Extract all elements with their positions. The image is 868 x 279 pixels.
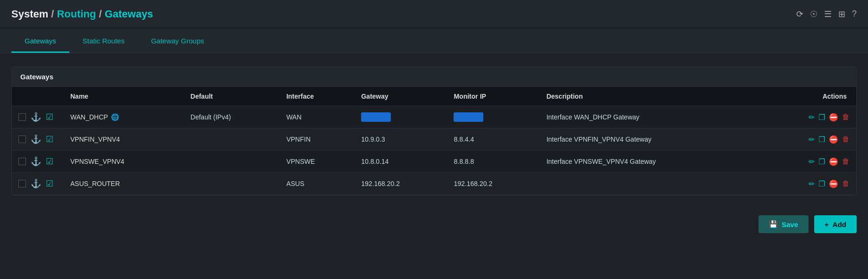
add-icon: + <box>825 220 829 228</box>
col-description: Description <box>540 87 759 106</box>
tab-gateway-groups[interactable]: Gateway Groups <box>138 28 218 53</box>
check-circle-icon: ☑ <box>46 112 53 122</box>
row-actions-cell: ✏ ❐ ⛔ 🗑 <box>759 173 856 195</box>
row-name: WAN_DHCP <box>70 113 108 121</box>
delete-icon[interactable]: 🗑 <box>842 113 850 121</box>
disable-icon[interactable]: ⛔ <box>829 135 838 144</box>
edit-icon[interactable]: ✏ <box>809 179 815 188</box>
row-name: ASUS_ROUTER <box>70 180 120 187</box>
row-name: VPNFIN_VPNV4 <box>70 135 120 143</box>
row-icons-cell: ⚓ ☑ <box>12 151 64 173</box>
row-default: Default (IPv4) <box>191 113 231 121</box>
row-interface-cell: VPNFIN <box>280 128 355 151</box>
row-monitor-ip-cell: 8.8.8.8 <box>447 151 539 173</box>
tab-gateway-groups-label: Gateway Groups <box>151 37 204 45</box>
edit-icon[interactable]: ✏ <box>809 157 815 166</box>
topbar: System / Routing / Gateways ⟳ ☉ ☰ ⊞ ? <box>0 0 868 28</box>
row-description: Interface WAN_DHCP Gateway <box>547 113 640 121</box>
disable-icon[interactable]: ⛔ <box>829 113 838 122</box>
tab-gateways[interactable]: Gateways <box>11 28 69 53</box>
breadcrumb-system: System <box>11 8 48 20</box>
save-button[interactable]: 💾 Save <box>758 215 809 233</box>
row-name-cell: VPNFIN_VPNV4 <box>64 128 184 151</box>
copy-icon[interactable]: ❐ <box>818 157 825 166</box>
gateways-table: Name Default Interface Gateway Monitor I… <box>12 87 856 195</box>
row-default-cell <box>184 128 280 151</box>
col-actions: Actions <box>759 87 856 106</box>
row-interface: WAN <box>287 113 302 121</box>
table-row: ⚓ ☑ VPNFIN_VPNV4VPNFIN10.9.0.38.8.4.4Int… <box>12 128 856 151</box>
col-gateway: Gateway <box>354 87 447 106</box>
row-checkbox[interactable] <box>18 180 26 187</box>
check-circle-icon: ☑ <box>46 156 53 167</box>
delete-icon[interactable]: 🗑 <box>842 179 850 188</box>
row-monitor-ip-redacted <box>454 112 483 122</box>
row-monitor-ip-cell <box>447 106 539 128</box>
table-title: Gateways <box>12 67 856 87</box>
copy-icon[interactable]: ❐ <box>818 179 825 188</box>
row-description-cell: Interface WAN_DHCP Gateway <box>540 106 759 128</box>
row-name-cell: WAN_DHCP🌐 <box>64 106 184 128</box>
row-icons-cell: ⚓ ☑ <box>12 173 64 195</box>
row-description-cell <box>540 173 759 195</box>
row-icons-cell: ⚓ ☑ <box>12 128 64 151</box>
row-monitor-ip-cell: 192.168.20.2 <box>447 173 539 195</box>
row-actions-cell: ✏ ❐ ⛔ 🗑 <box>759 151 856 173</box>
save-label: Save <box>782 220 798 228</box>
row-checkbox[interactable] <box>18 158 26 165</box>
row-description-cell: Interface VPNFIN_VPNV4 Gateway <box>540 128 759 151</box>
refresh-icon[interactable]: ⟳ <box>796 9 803 19</box>
table-icon[interactable]: ⊞ <box>838 9 845 19</box>
row-description: Interface VPNFIN_VPNV4 Gateway <box>547 135 652 143</box>
row-interface: VPNFIN <box>287 135 311 143</box>
breadcrumb-sep1: / <box>51 8 54 20</box>
disable-icon[interactable]: ⛔ <box>829 179 838 188</box>
col-select <box>12 87 64 106</box>
edit-icon[interactable]: ✏ <box>809 113 815 122</box>
delete-icon[interactable]: 🗑 <box>842 157 850 166</box>
row-default-cell <box>184 173 280 195</box>
row-monitor-ip-cell: 8.8.4.4 <box>447 128 539 151</box>
delete-icon[interactable]: 🗑 <box>842 135 850 144</box>
breadcrumb-routing[interactable]: Routing <box>57 8 96 20</box>
circle-icon[interactable]: ☉ <box>810 9 817 19</box>
tab-static-routes-label: Static Routes <box>83 37 125 45</box>
row-gateway: 192.168.20.2 <box>361 180 400 187</box>
disable-icon[interactable]: ⛔ <box>829 157 838 166</box>
row-interface: VPNSWE <box>287 158 315 165</box>
col-name: Name <box>64 87 184 106</box>
list-icon[interactable]: ☰ <box>824 9 832 19</box>
gateways-table-container: Gateways Name Default Interface Gateway … <box>11 67 857 195</box>
check-circle-icon: ☑ <box>46 178 53 189</box>
row-monitor-ip: 8.8.4.4 <box>454 135 474 143</box>
row-default-cell: Default (IPv4) <box>184 106 280 128</box>
add-button[interactable]: + Add <box>814 215 857 233</box>
breadcrumb: System / Routing / Gateways <box>11 8 153 20</box>
row-gateway-cell: 10.9.0.3 <box>354 128 447 151</box>
save-icon: 💾 <box>769 220 778 228</box>
anchor-icon: ⚓ <box>31 112 41 122</box>
check-circle-icon: ☑ <box>46 134 53 144</box>
row-description-cell: Interface VPNSWE_VPNV4 Gateway <box>540 151 759 173</box>
breadcrumb-sep2: / <box>99 8 102 20</box>
row-description: Interface VPNSWE_VPNV4 Gateway <box>547 158 656 165</box>
row-default-cell <box>184 151 280 173</box>
topbar-icons: ⟳ ☉ ☰ ⊞ ? <box>796 9 857 19</box>
table-row: ⚓ ☑ VPNSWE_VPNV4VPNSWE10.8.0.148.8.8.8In… <box>12 151 856 173</box>
row-gateway-cell: 10.8.0.14 <box>354 151 447 173</box>
row-actions-cell: ✏ ❐ ⛔ 🗑 <box>759 106 856 128</box>
edit-icon[interactable]: ✏ <box>809 135 815 144</box>
copy-icon[interactable]: ❐ <box>818 135 825 144</box>
anchor-icon: ⚓ <box>31 134 41 144</box>
main-content: Gateways Name Default Interface Gateway … <box>0 53 868 209</box>
tab-static-routes[interactable]: Static Routes <box>69 28 138 53</box>
table-row: ⚓ ☑ WAN_DHCP🌐Default (IPv4)WAN Interface… <box>12 106 856 128</box>
row-checkbox[interactable] <box>18 113 26 121</box>
row-checkbox[interactable] <box>18 135 26 143</box>
row-interface-cell: VPNSWE <box>280 151 355 173</box>
col-monitor-ip: Monitor IP <box>447 87 539 106</box>
tabs-bar: Gateways Static Routes Gateway Groups <box>0 28 868 53</box>
tab-gateways-label: Gateways <box>25 37 56 45</box>
copy-icon[interactable]: ❐ <box>818 113 825 122</box>
help-icon[interactable]: ? <box>852 9 857 19</box>
